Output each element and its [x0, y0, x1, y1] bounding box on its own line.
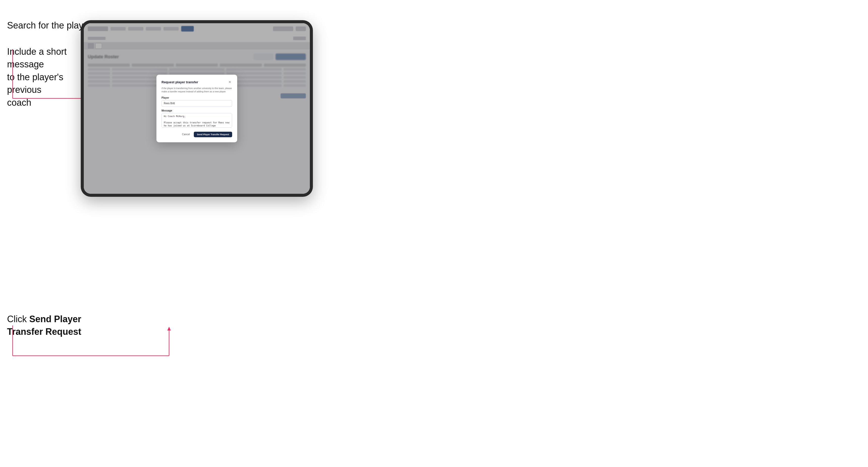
annotation-message: Include a short message to the player's …	[7, 45, 93, 109]
send-transfer-request-button[interactable]: Send Player Transfer Request	[194, 132, 232, 137]
message-label: Message	[161, 109, 232, 112]
modal-overlay: Request player transfer ✕ If the player …	[84, 23, 310, 194]
annotation-search: Search for the player.	[7, 20, 93, 31]
annotation-click: Click Send Player Transfer Request	[7, 313, 93, 338]
cancel-button[interactable]: Cancel	[180, 132, 192, 137]
player-input[interactable]	[161, 100, 232, 107]
modal-close-button[interactable]: ✕	[227, 80, 232, 84]
tablet-device: Update Roster	[81, 20, 313, 197]
player-label: Player	[161, 96, 232, 99]
modal-dialog: Request player transfer ✕ If the player …	[156, 75, 237, 142]
message-textarea[interactable]: Hi Coach McHarg, Please accept this tran…	[161, 113, 232, 128]
modal-title: Request player transfer	[161, 80, 198, 84]
svg-marker-7	[167, 327, 171, 331]
modal-description: If the player is transferring from anoth…	[161, 87, 232, 93]
